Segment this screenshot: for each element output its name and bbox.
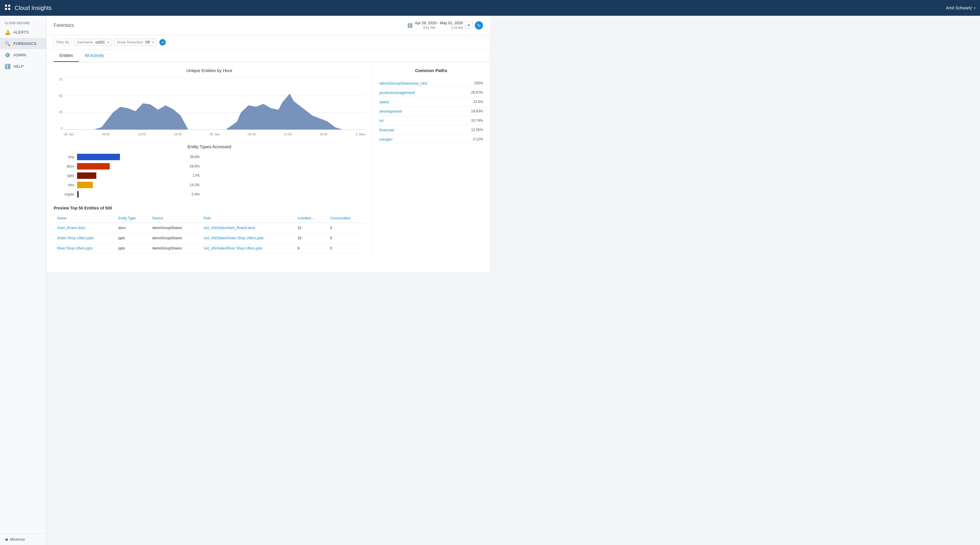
date-range-label: Apr 28, 2020 - May 01, 2020 [415, 21, 463, 26]
cell-name-1: Arden Shop Lifters.pptx [54, 233, 115, 243]
sidebar-item-forensics[interactable]: 🔍 Forensics [0, 38, 46, 49]
path-link-0[interactable]: /demoGroupShares/vol_cifs/ [379, 81, 427, 86]
cell-communities-2: 0 [326, 243, 365, 253]
bar-fill-xlsx [77, 182, 93, 188]
entities-table: Name Entity Type Device Path [54, 214, 365, 254]
col-header-name[interactable]: Name [54, 214, 115, 223]
x-label-6b: 06:00 [248, 132, 256, 136]
app-title: Cloud Insights [14, 5, 490, 11]
cell-device-0: demoGroupShares [149, 222, 200, 233]
path-row-4: hr/ 16.74% [379, 116, 483, 126]
x-label-1may: 1. May [355, 132, 365, 136]
cell-type-0: docx [115, 222, 149, 233]
path-pct-2: 23.5% [473, 100, 483, 104]
unique-entities-chart-section: Unique Entities by Hour 75 50 25 0 [54, 68, 365, 136]
tab-all-activity[interactable]: All Activitiy [79, 49, 110, 62]
bar-label-crypto: crypto [59, 192, 74, 196]
sidebar-item-admin[interactable]: ⚙️ Admin [0, 49, 46, 61]
remove-username-filter-button[interactable]: × [107, 40, 110, 44]
cell-name-0: Asim_Roach.docx [54, 222, 115, 233]
filter-tag-username: Username us001 × [74, 39, 112, 46]
path-pct-0: 100% [474, 81, 483, 85]
table-row: River Shop Lifters.pptx pptx demoGroupSh… [54, 243, 365, 253]
entity-types-chart-title: Entity Types Accessed [54, 144, 365, 149]
info-circle-icon: ℹ️ [407, 23, 412, 28]
cell-activities-0: 12 [294, 222, 326, 233]
cell-device-2: demoGroupShares [149, 243, 200, 253]
bar-row-xlsx: xlsx 14.2% [59, 182, 200, 188]
x-label-29apr: 29. Apr [64, 132, 74, 136]
entity-name-link-0[interactable]: Asim_Roach.docx [57, 226, 86, 230]
path-link-1[interactable]: productmanagement/ [379, 91, 415, 95]
bar-value-crypto: 0.4% [192, 192, 200, 196]
bar-fill-tmp [77, 154, 120, 160]
path-link-5[interactable]: financial/ [379, 128, 394, 132]
bar-track-docx [77, 163, 188, 170]
sidebar-item-help[interactable]: ℹ️ Help [0, 61, 46, 72]
path-row-0: /demoGroupShares/vol_cifs/ 100% [379, 79, 483, 88]
right-panel: Common Paths /demoGroupShares/vol_cifs/ … [372, 68, 483, 254]
tab-entities[interactable]: Entities [54, 49, 79, 62]
refresh-button[interactable]: ↻ [475, 21, 483, 29]
y-label-25: 25 [59, 110, 62, 114]
table-body: Asim_Roach.docx docx demoGroupShares /vo… [54, 222, 365, 253]
filter-key-username: Username [77, 40, 93, 44]
sort-icon-activities: ↓ [312, 217, 314, 220]
svg-rect-2 [5, 8, 7, 10]
path-link-2[interactable]: /vol_cifs/Sales/River Shop Lifters.pptx [204, 246, 262, 250]
x-label-18b: 18:00 [320, 132, 328, 136]
add-filter-button[interactable]: + [159, 39, 166, 46]
date-range-dropdown-button[interactable]: ▾ [465, 22, 473, 29]
y-axis-labels: 75 50 25 0 [54, 78, 64, 130]
path-link-1[interactable]: /vol_cifs/Sales/Arden Shop Lifters.pptx [204, 236, 264, 240]
path-pct-1: 26.87% [471, 91, 483, 95]
cell-path-1: /vol_cifs/Sales/Arden Shop Lifters.pptx [200, 233, 294, 243]
path-link-3[interactable]: development/ [379, 109, 402, 113]
sidebar-section-cloud-secure: Cloud Secure [0, 18, 46, 27]
x-label-30apr: 30. Apr [210, 132, 220, 136]
path-link-4[interactable]: hr/ [379, 118, 384, 123]
x-label-6: 06:00 [102, 132, 110, 136]
col-header-activities[interactable]: Activities ↓ [294, 214, 326, 223]
sidebar-item-label-help: Help [13, 64, 24, 68]
date-range-display: Apr 28, 2020 - May 01, 2020 9:01 PM 2:34… [415, 21, 463, 30]
cell-activities-2: 9 [294, 243, 326, 253]
bar-track-crypto [77, 191, 190, 197]
entity-name-link-2[interactable]: River Shop Lifters.pptx [57, 246, 92, 250]
path-link-0[interactable]: /vol_cifs/Sales/Asim_Roach.docx [204, 226, 255, 230]
path-link-6[interactable]: merger/ [379, 137, 393, 141]
col-header-entity-type[interactable]: Entity Type [115, 214, 149, 223]
cell-device-1: demoGroupShares [149, 233, 200, 243]
grid-icon[interactable] [5, 5, 11, 11]
filter-value-noise-reduction: Off [145, 40, 150, 44]
path-row-5: financial/ 12.55% [379, 126, 483, 135]
sidebar-item-alerts[interactable]: 🔔 Alerts [0, 27, 46, 38]
info-icon: ℹ️ [5, 64, 11, 69]
col-header-communities[interactable]: Communities [326, 214, 365, 223]
bar-fill-docx [77, 163, 110, 170]
entity-types-chart-section: Entity Types Accessed tmp 38.8% docx [54, 144, 365, 197]
y-label-75: 75 [59, 78, 62, 81]
top-navigation: Cloud Insights Amit Schwartz ▾ [0, 0, 490, 16]
table-row: Asim_Roach.docx docx demoGroupShares /vo… [54, 222, 365, 233]
common-paths-title: Common Paths [379, 68, 483, 73]
path-link-2[interactable]: sales/ [379, 100, 389, 104]
unique-entities-chart-title: Unique Entities by Hour [54, 68, 365, 73]
remove-noise-reduction-filter-button[interactable]: × [152, 40, 154, 44]
col-header-path[interactable]: Path [200, 214, 294, 223]
filter-tag-noise-reduction: Noise Reduction Off × [115, 39, 157, 46]
bar-track-pptx [77, 172, 191, 179]
y-label-0: 0 [61, 127, 62, 130]
bar-chart-rows: tmp 38.8% docx 29.6% [54, 154, 200, 197]
filter-value-username: us001 [95, 40, 105, 44]
table-title: Preview Top 50 Entities of 500 [54, 206, 365, 210]
bar-track-xlsx [77, 182, 188, 188]
bar-value-tmp: 38.8% [190, 155, 200, 159]
entity-name-link-1[interactable]: Arden Shop Lifters.pptx [57, 236, 94, 240]
bar-fill-pptx [77, 172, 96, 179]
x-label-18: 18:00 [173, 132, 182, 136]
x-label-12: 12:00 [138, 132, 146, 136]
svg-rect-0 [5, 5, 7, 7]
col-header-device[interactable]: Device [149, 214, 200, 223]
bar-row-tmp: tmp 38.8% [59, 154, 200, 160]
